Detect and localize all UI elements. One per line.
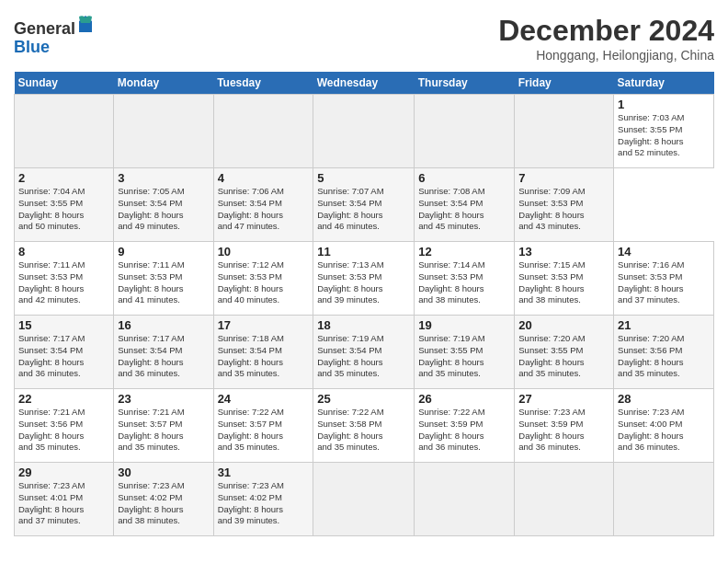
day-number: 4 <box>218 171 310 185</box>
table-row: 8Sunrise: 7:11 AMSunset: 3:53 PMDaylight… <box>15 242 114 316</box>
table-row: 5Sunrise: 7:07 AMSunset: 3:54 PMDaylight… <box>313 168 415 242</box>
day-info: Sunrise: 7:23 AMSunset: 4:00 PMDaylight:… <box>618 407 710 454</box>
day-number: 31 <box>218 465 310 479</box>
day-info: Sunrise: 7:20 AMSunset: 3:55 PMDaylight:… <box>518 333 609 380</box>
calendar-week-4: 22Sunrise: 7:21 AMSunset: 3:56 PMDayligh… <box>15 389 714 463</box>
logo-general: General <box>14 19 75 38</box>
calendar-week-0: 1Sunrise: 7:03 AMSunset: 3:55 PMDaylight… <box>15 95 714 168</box>
table-row: 21Sunrise: 7:20 AMSunset: 3:56 PMDayligh… <box>614 316 714 389</box>
day-number: 15 <box>18 318 109 332</box>
day-info: Sunrise: 7:03 AMSunset: 3:55 PMDaylight:… <box>618 112 710 159</box>
day-number: 17 <box>218 318 310 332</box>
table-row: 17Sunrise: 7:18 AMSunset: 3:54 PMDayligh… <box>213 316 313 389</box>
col-wednesday: Wednesday <box>313 72 415 95</box>
day-info: Sunrise: 7:23 AMSunset: 3:59 PMDaylight:… <box>518 407 609 454</box>
table-row <box>213 95 313 168</box>
table-row: 29Sunrise: 7:23 AMSunset: 4:01 PMDayligh… <box>15 463 114 536</box>
table-row: 15Sunrise: 7:17 AMSunset: 3:54 PMDayligh… <box>15 316 114 389</box>
day-info: Sunrise: 7:12 AMSunset: 3:53 PMDaylight:… <box>218 259 310 306</box>
day-number: 12 <box>418 245 510 259</box>
day-info: Sunrise: 7:19 AMSunset: 3:55 PMDaylight:… <box>418 333 510 380</box>
day-info: Sunrise: 7:22 AMSunset: 3:59 PMDaylight:… <box>418 407 510 454</box>
col-friday: Friday <box>515 72 614 95</box>
day-number: 13 <box>518 245 609 259</box>
day-info: Sunrise: 7:22 AMSunset: 3:57 PMDaylight:… <box>218 407 310 454</box>
table-row <box>415 463 515 536</box>
table-row: 1Sunrise: 7:03 AMSunset: 3:55 PMDaylight… <box>614 95 714 168</box>
day-number: 24 <box>218 392 310 406</box>
calendar-week-5: 29Sunrise: 7:23 AMSunset: 4:01 PMDayligh… <box>15 463 714 536</box>
day-info: Sunrise: 7:18 AMSunset: 3:54 PMDaylight:… <box>218 333 310 380</box>
day-info: Sunrise: 7:13 AMSunset: 3:53 PMDaylight:… <box>317 259 410 306</box>
table-row: 6Sunrise: 7:08 AMSunset: 3:54 PMDaylight… <box>415 168 515 242</box>
day-info: Sunrise: 7:15 AMSunset: 3:53 PMDaylight:… <box>518 259 609 306</box>
table-row: 20Sunrise: 7:20 AMSunset: 3:55 PMDayligh… <box>515 316 614 389</box>
col-tuesday: Tuesday <box>213 72 313 95</box>
table-row <box>415 95 515 168</box>
day-info: Sunrise: 7:14 AMSunset: 3:53 PMDaylight:… <box>418 259 510 306</box>
table-row: 10Sunrise: 7:12 AMSunset: 3:53 PMDayligh… <box>213 242 313 316</box>
day-info: Sunrise: 7:11 AMSunset: 3:53 PMDaylight:… <box>18 259 109 306</box>
table-row: 2Sunrise: 7:04 AMSunset: 3:55 PMDaylight… <box>15 168 114 242</box>
table-row <box>313 95 415 168</box>
title-block: December 2024 Honggang, Heilongjiang, Ch… <box>498 14 714 63</box>
table-row <box>614 463 714 536</box>
table-row: 25Sunrise: 7:22 AMSunset: 3:58 PMDayligh… <box>313 389 415 463</box>
month-title: December 2024 <box>498 14 714 48</box>
day-info: Sunrise: 7:17 AMSunset: 3:54 PMDaylight:… <box>18 333 109 380</box>
table-row: 11Sunrise: 7:13 AMSunset: 3:53 PMDayligh… <box>313 242 415 316</box>
day-number: 30 <box>118 465 209 479</box>
day-number: 10 <box>218 245 310 259</box>
day-number: 7 <box>518 171 609 185</box>
logo: General Blue <box>14 14 94 57</box>
day-info: Sunrise: 7:05 AMSunset: 3:54 PMDaylight:… <box>118 186 209 233</box>
day-number: 6 <box>418 171 510 185</box>
table-row <box>515 95 614 168</box>
table-row: 18Sunrise: 7:19 AMSunset: 3:54 PMDayligh… <box>313 316 415 389</box>
day-number: 26 <box>418 392 510 406</box>
day-info: Sunrise: 7:06 AMSunset: 3:54 PMDaylight:… <box>218 186 310 233</box>
table-row: 23Sunrise: 7:21 AMSunset: 3:57 PMDayligh… <box>114 389 213 463</box>
logo-text: General Blue <box>14 14 94 57</box>
table-row: 4Sunrise: 7:06 AMSunset: 3:54 PMDaylight… <box>213 168 313 242</box>
col-thursday: Thursday <box>415 72 515 95</box>
day-info: Sunrise: 7:17 AMSunset: 3:54 PMDaylight:… <box>118 333 209 380</box>
day-number: 11 <box>317 245 410 259</box>
day-info: Sunrise: 7:07 AMSunset: 3:54 PMDaylight:… <box>317 186 410 233</box>
day-number: 1 <box>618 98 710 111</box>
day-number: 14 <box>618 245 710 259</box>
day-number: 21 <box>618 318 710 332</box>
table-row: 14Sunrise: 7:16 AMSunset: 3:53 PMDayligh… <box>614 242 714 316</box>
calendar-week-2: 8Sunrise: 7:11 AMSunset: 3:53 PMDaylight… <box>15 242 714 316</box>
table-row: 27Sunrise: 7:23 AMSunset: 3:59 PMDayligh… <box>515 389 614 463</box>
day-info: Sunrise: 7:22 AMSunset: 3:58 PMDaylight:… <box>317 407 410 454</box>
table-row: 26Sunrise: 7:22 AMSunset: 3:59 PMDayligh… <box>415 389 515 463</box>
calendar-week-3: 15Sunrise: 7:17 AMSunset: 3:54 PMDayligh… <box>15 316 714 389</box>
header-row: Sunday Monday Tuesday Wednesday Thursday… <box>15 72 714 95</box>
day-info: Sunrise: 7:16 AMSunset: 3:53 PMDaylight:… <box>618 259 710 306</box>
day-info: Sunrise: 7:08 AMSunset: 3:54 PMDaylight:… <box>418 186 510 233</box>
col-saturday: Saturday <box>614 72 714 95</box>
table-row: 28Sunrise: 7:23 AMSunset: 4:00 PMDayligh… <box>614 389 714 463</box>
table-row: 31Sunrise: 7:23 AMSunset: 4:02 PMDayligh… <box>213 463 313 536</box>
calendar-week-1: 2Sunrise: 7:04 AMSunset: 3:55 PMDaylight… <box>15 168 714 242</box>
table-row <box>313 463 415 536</box>
day-number: 5 <box>317 171 410 185</box>
table-row: 9Sunrise: 7:11 AMSunset: 3:53 PMDaylight… <box>114 242 213 316</box>
day-number: 28 <box>618 392 710 406</box>
day-number: 2 <box>18 171 109 185</box>
day-number: 22 <box>18 392 109 406</box>
calendar-table: Sunday Monday Tuesday Wednesday Thursday… <box>14 72 714 536</box>
table-row <box>15 95 114 168</box>
table-row: 12Sunrise: 7:14 AMSunset: 3:53 PMDayligh… <box>415 242 515 316</box>
table-row: 22Sunrise: 7:21 AMSunset: 3:56 PMDayligh… <box>15 389 114 463</box>
day-number: 8 <box>18 245 109 259</box>
day-number: 23 <box>118 392 209 406</box>
table-row: 19Sunrise: 7:19 AMSunset: 3:55 PMDayligh… <box>415 316 515 389</box>
table-row: 16Sunrise: 7:17 AMSunset: 3:54 PMDayligh… <box>114 316 213 389</box>
day-number: 20 <box>518 318 609 332</box>
day-info: Sunrise: 7:11 AMSunset: 3:53 PMDaylight:… <box>118 259 209 306</box>
day-info: Sunrise: 7:21 AMSunset: 3:56 PMDaylight:… <box>18 407 109 454</box>
day-number: 27 <box>518 392 609 406</box>
day-info: Sunrise: 7:23 AMSunset: 4:02 PMDaylight:… <box>118 480 209 527</box>
